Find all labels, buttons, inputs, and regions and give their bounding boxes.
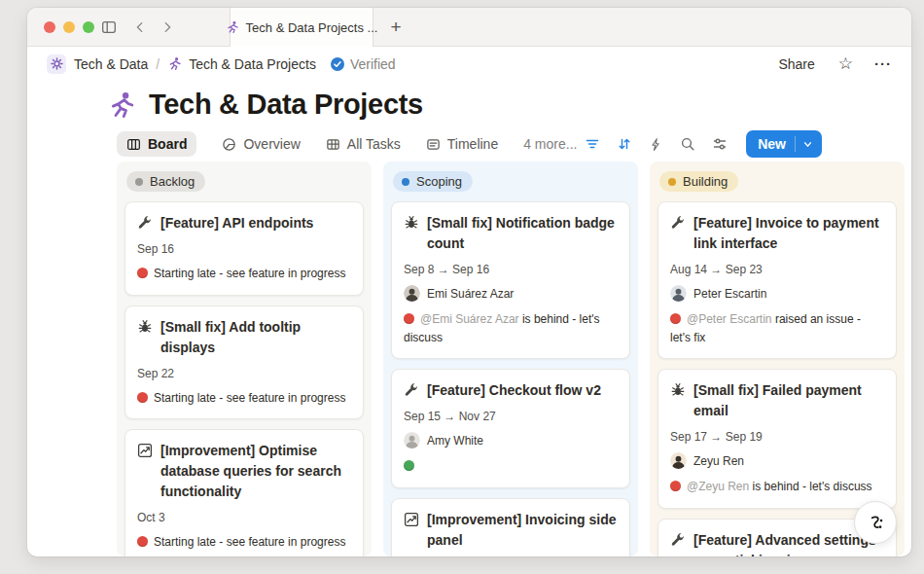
task-dates: Oct 3: [137, 511, 351, 524]
breadcrumb-workspace[interactable]: Tech & Data: [74, 56, 148, 72]
status-dot-icon: [670, 481, 681, 491]
runner-icon: [226, 20, 239, 34]
wrench-icon: [670, 530, 686, 556]
chevron-down-icon[interactable]: [796, 138, 822, 151]
view-settings-icon[interactable]: [712, 136, 728, 152]
status-text: Starting late - see feature in progress: [154, 391, 345, 405]
status-mention: @Emi Suárez Azar: [420, 312, 519, 326]
task-status: Starting late - see feature in progress: [137, 389, 351, 408]
status-text: is behind - let's discuss: [749, 480, 871, 493]
column-status-pill[interactable]: Building: [659, 171, 738, 192]
tab-overview[interactable]: Overview: [222, 136, 300, 152]
bug-icon: [137, 317, 153, 358]
task-card[interactable]: [Feature] API endpoints Sep 16 Starting …: [124, 201, 364, 296]
column-title: Scoping: [416, 174, 462, 189]
chart-up-icon: [404, 510, 419, 551]
chart-up-icon: [137, 441, 153, 502]
status-mention: @Peter Escartin: [687, 312, 772, 326]
board-column: Backlog [Feature] API endpoints Sep 16 S…: [117, 161, 372, 556]
overview-icon: [222, 137, 236, 152]
status-dot-icon: [668, 178, 676, 186]
task-title: [Improvement] Invoicing side panel: [427, 510, 618, 551]
status-dot-icon: [670, 313, 681, 324]
status-dot-icon: [137, 536, 148, 547]
verified-check-icon: [330, 56, 345, 72]
new-tab-button[interactable]: +: [383, 15, 409, 40]
breadcrumb-page[interactable]: Tech & Data Projects: [189, 56, 316, 72]
task-card[interactable]: [Small fix] Failed payment email Sep 17 …: [657, 369, 897, 509]
column-status-pill[interactable]: Backlog: [126, 171, 205, 192]
task-title: [Small fix] Failed payment email: [693, 380, 884, 421]
task-status: Starting late - see feature in progress: [137, 265, 351, 283]
board-icon: [126, 137, 141, 152]
task-title: [Feature] Advanced settings on partial i…: [693, 530, 884, 556]
bug-icon: [404, 213, 419, 254]
column-title: Building: [683, 174, 728, 189]
task-card[interactable]: [Feature] Checkout flow v2 Sep 15 → Nov …: [391, 369, 630, 488]
filter-icon[interactable]: [585, 136, 600, 152]
task-card[interactable]: [Small fix] Notification badge count Sep…: [391, 201, 630, 359]
task-assignee: Peter Escartin: [670, 285, 884, 302]
verified-badge[interactable]: Verified: [330, 56, 396, 72]
task-status: Starting late - see feature in progress: [137, 533, 351, 552]
task-status: [404, 457, 618, 476]
ai-assistant-button[interactable]: [854, 501, 897, 544]
app-window: Tech & Data Projects ... + Tech & Data /…: [27, 8, 911, 556]
page-header: Tech & Data Projects: [107, 89, 423, 121]
task-card[interactable]: [Improvement] Invoicing side panel Sep 1…: [391, 498, 630, 556]
task-card[interactable]: [Improvement] Optimise database queries …: [124, 429, 364, 556]
assignee-name: Zeyu Ren: [693, 454, 744, 468]
assignee-name: Peter Escartin: [693, 287, 766, 301]
search-icon[interactable]: [680, 136, 695, 152]
status-dot-icon: [137, 268, 148, 278]
tab-all-tasks[interactable]: All Tasks: [326, 136, 401, 152]
favorite-star-icon[interactable]: ☆: [838, 55, 853, 72]
task-title: [Feature] API endpoints: [160, 213, 313, 233]
task-title: [Improvement] Optimise database queries …: [160, 441, 351, 502]
share-button[interactable]: Share: [778, 56, 814, 72]
column-status-pill[interactable]: Scoping: [393, 171, 473, 192]
zoom-window-button[interactable]: [83, 21, 94, 33]
avatar: [670, 285, 687, 302]
browser-tab[interactable]: Tech & Data Projects ...: [230, 8, 373, 47]
gear-icon[interactable]: [47, 54, 66, 74]
task-assignee: Emi Suárez Azar: [404, 285, 618, 302]
new-button[interactable]: New: [746, 130, 822, 158]
page-title: Tech & Data Projects: [149, 89, 423, 121]
more-options-icon[interactable]: ···: [874, 55, 892, 72]
column-title: Backlog: [150, 174, 195, 189]
wrench-icon: [404, 380, 419, 401]
task-card[interactable]: [Feature] Invoice to payment link interf…: [657, 201, 897, 359]
assignee-name: Emi Suárez Azar: [427, 287, 514, 301]
minimize-window-button[interactable]: [63, 21, 75, 33]
status-text: Starting late - see feature in progress: [154, 267, 345, 280]
lightning-icon[interactable]: [649, 137, 663, 152]
tab-timeline[interactable]: Timeline: [426, 136, 498, 152]
status-dot-icon: [137, 392, 148, 403]
task-dates: Sep 22: [137, 367, 351, 380]
task-assignee: Zeyu Ren: [670, 452, 884, 469]
task-dates: Aug 14 → Sep 23: [670, 263, 884, 276]
tab-board[interactable]: Board: [117, 131, 196, 157]
status-text: Starting late - see feature in progress: [154, 535, 345, 549]
status-mention: @Zeyu Ren: [687, 480, 749, 493]
task-dates: Sep 16: [137, 242, 351, 256]
runner-icon[interactable]: [107, 90, 136, 120]
board-column: Scoping [Small fix] Notification badge c…: [383, 161, 638, 556]
back-icon[interactable]: [132, 19, 148, 35]
browser-chrome: Tech & Data Projects ... +: [27, 8, 911, 47]
tabs-more[interactable]: 4 more...: [523, 136, 577, 152]
sidebar-toggle-icon[interactable]: [101, 19, 117, 35]
task-card[interactable]: [Small fix] Add tooltip displays Sep 22 …: [124, 305, 364, 420]
task-title: [Small fix] Notification badge count: [427, 213, 618, 254]
wrench-icon: [670, 213, 686, 254]
close-window-button[interactable]: [44, 21, 55, 33]
task-title: [Feature] Checkout flow v2: [427, 380, 601, 401]
avatar: [404, 285, 420, 302]
task-dates: Sep 8 → Sep 16: [404, 263, 618, 276]
forward-icon[interactable]: [160, 19, 175, 35]
task-title: [Feature] Invoice to payment link interf…: [693, 213, 884, 254]
sort-icon[interactable]: [617, 136, 632, 152]
task-dates: Sep 17 → Sep 19: [670, 430, 884, 444]
breadcrumb: Tech & Data / Tech & Data Projects Verif…: [27, 47, 911, 81]
